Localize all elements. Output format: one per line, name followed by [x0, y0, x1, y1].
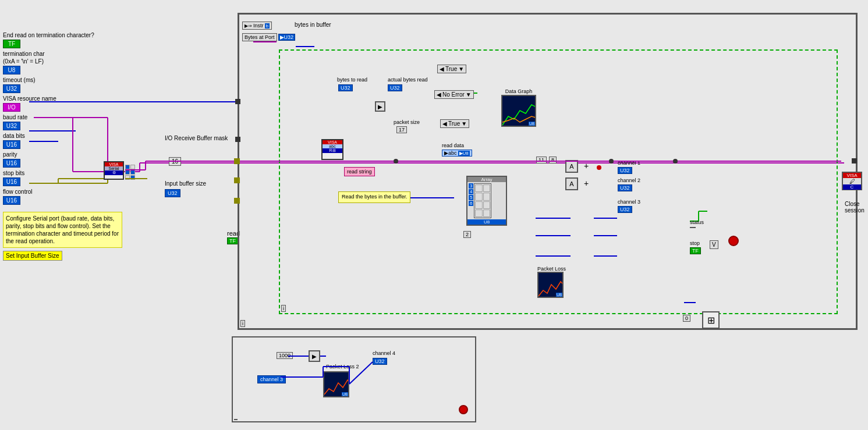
sub-channel4-label: channel 4 — [373, 350, 395, 356]
read-data-label: read data — [442, 143, 464, 148]
io-receive-label: I/O Receive Buffer mask — [165, 135, 228, 141]
outer-main-frame: ▶⇒ Instr b Bytes at Port ▶U32 bytes in b… — [238, 13, 858, 330]
u32-input-buf[interactable]: U32 — [165, 189, 180, 197]
frame-iter-sub — [234, 419, 238, 420]
parity-label: parity — [3, 151, 125, 158]
packet-size-value[interactable]: 17 — [396, 126, 407, 133]
bytes-at-port-block: Bytes at Port ▶U32 — [242, 33, 295, 41]
sub-frame: 1000 ▶ channel 3 Packet Loss 2 U8 channe… — [232, 336, 476, 422]
u32-actual-bytes[interactable]: U32 — [388, 84, 402, 91]
frame-iter-inner: i — [281, 305, 286, 312]
flow-control-label: flow control — [3, 189, 125, 196]
num-0-box: 0 — [683, 315, 690, 322]
packet-loss2-graph: U8 — [323, 371, 349, 397]
sub-channel3-input[interactable]: channel 3 — [257, 375, 286, 383]
stop-button[interactable] — [728, 236, 739, 246]
term-char-sub: (0xA = '\n' = LF) — [3, 58, 125, 65]
left-panel: End read on termination character? TF te… — [3, 32, 125, 261]
channel3-label: channel 3 — [618, 199, 640, 205]
adder-2: A — [565, 177, 578, 190]
data-bits-label: data bits — [3, 133, 125, 140]
u16-flow-control[interactable]: U16 — [3, 196, 20, 205]
read-data-box: ▶abc ▶U8 — [442, 150, 472, 157]
inner-loop-frame: bytes to read U32 actual bytes read U32 … — [279, 49, 838, 314]
sub-stop-button[interactable] — [459, 405, 468, 414]
u16-stop-bits[interactable]: U16 — [3, 177, 20, 186]
u16-parity[interactable]: U16 — [3, 159, 20, 168]
packet-loss2-label: Packet Loss 2 — [326, 364, 359, 369]
channel1-label: channel 1 — [618, 160, 640, 166]
u32-ch4[interactable]: U32 — [373, 358, 387, 365]
main-canvas: End read on termination character? TF te… — [0, 0, 868, 430]
num-11-box: 11 — [536, 157, 547, 164]
channel2-label: channel 2 — [618, 177, 640, 183]
set-buffer-button[interactable]: Set Input Buffer Size — [3, 251, 62, 261]
yellow-note: Configure Serial port (baud rate, data b… — [3, 212, 122, 248]
u32-ch3[interactable]: U32 — [618, 206, 632, 213]
tf-stop[interactable]: TF — [690, 247, 701, 254]
v-indicator: V — [710, 240, 718, 249]
error-dot — [597, 165, 601, 170]
sub-arrow-btn[interactable]: ▶ — [309, 350, 320, 362]
u16-data-bits[interactable]: U16 — [3, 140, 20, 149]
i70-visa[interactable]: I/O — [3, 103, 20, 112]
u8-term-char[interactable]: U8 — [3, 66, 20, 74]
baud-label: baud rate — [3, 114, 125, 121]
u32-timeout[interactable]: U32 — [3, 84, 20, 93]
close-session-label: Close session — [845, 201, 865, 214]
visa-serial-icon: VISA Serial ⚙ — [104, 161, 124, 180]
small-icon-bottom: ⊞ — [702, 311, 720, 329]
bytes-in-buffer-label: bytes in buffer — [295, 22, 331, 28]
plus-2: + — [584, 179, 589, 188]
frame-iter-outer: i — [240, 320, 245, 327]
num-2-box: 2 — [463, 231, 471, 238]
array-block: Array 3 4 5 6 — [466, 176, 507, 226]
visa-abc-block: VISA abc R⊞ — [321, 139, 343, 160]
stop-label: stop — [690, 240, 700, 246]
instr-block: ▶⇒ Instr b — [242, 22, 272, 30]
num-8-box: 8 — [549, 157, 557, 164]
read-string-box: read string — [344, 167, 375, 176]
matrix-icon — [125, 165, 135, 180]
end-read-label: End read on termination character? — [3, 32, 125, 39]
actual-bytes-label: actual bytes read — [388, 77, 428, 83]
packet-size-label: packet size — [394, 119, 420, 125]
term-char-label: termination char — [3, 51, 125, 58]
u32-baud[interactable]: U32 — [3, 122, 20, 130]
forward-arrow-btn[interactable]: ▶ — [375, 101, 385, 112]
timeout-label: timeout (ms) — [3, 77, 125, 84]
num-1000-box[interactable]: 1000 — [277, 352, 293, 359]
u32-ch1[interactable]: U32 — [618, 167, 632, 174]
read-bytes-note: Read the bytes in the buffer. — [338, 191, 410, 203]
status-box — [690, 227, 696, 228]
io-receive-value: 16 — [169, 157, 181, 166]
data-graph-block: Data Graph U8 — [501, 88, 536, 127]
tf-read[interactable]: TF — [227, 237, 238, 244]
tf-end-read[interactable]: TF — [3, 40, 20, 48]
u32-ch2[interactable]: U32 — [618, 184, 632, 191]
adder-1: A — [565, 160, 578, 173]
visa-label: VISA resource name — [3, 95, 125, 102]
bytes-to-read-label: bytes to read — [337, 77, 367, 83]
status-label: status — [690, 219, 704, 225]
u32-bytes-to-read[interactable]: U32 — [338, 84, 353, 91]
input-buffer-label: Input buffer size — [165, 180, 206, 187]
u32-bytes-port: ▶U32 — [278, 34, 296, 41]
packet-loss-block: Packet Loss U8 — [537, 266, 566, 298]
plus-1: + — [584, 161, 589, 170]
